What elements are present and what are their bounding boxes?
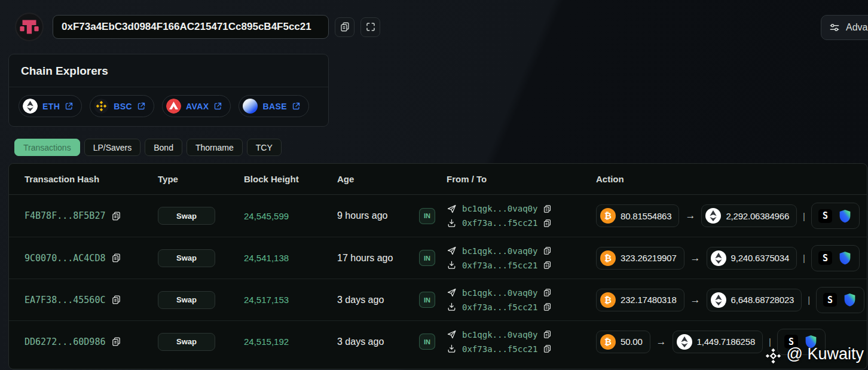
copy-icon[interactable] xyxy=(543,219,552,228)
block-height-link[interactable]: 24,517,153 xyxy=(244,295,337,305)
to-address-link[interactable]: 0xf73a...f5cc21 xyxy=(462,302,537,312)
chain-label: ETH xyxy=(42,102,60,111)
arrow-right-icon: → xyxy=(690,294,701,306)
age-text: 9 hours ago xyxy=(337,210,415,221)
from-to-cell: bc1qgk...0vaq0y 0xf73a...f5cc21 xyxy=(447,288,596,312)
to-address-link[interactable]: 0xf73a...f5cc21 xyxy=(462,261,537,270)
chain-label: AVAX xyxy=(186,102,209,111)
to-address-line: 0xf73a...f5cc21 xyxy=(447,344,596,354)
copy-icon[interactable] xyxy=(111,253,121,263)
sliders-icon xyxy=(829,22,841,33)
block-height-link[interactable]: 24,541,138 xyxy=(244,253,337,263)
copy-icon[interactable] xyxy=(543,344,552,353)
aggregator-pill[interactable]: S xyxy=(816,287,864,313)
from-amount: 50.00 xyxy=(621,337,643,347)
fullscreen-button[interactable] xyxy=(360,17,380,37)
to-asset-pill[interactable]: 9,240.6375034 xyxy=(707,247,797,270)
to-asset-pill[interactable]: 2,292.06384966 xyxy=(701,204,797,227)
table-row: EA7F38...45560C Swap 24,517,153 3 days a… xyxy=(9,279,867,320)
from-address-link[interactable]: bc1qgk...0vaq0y xyxy=(462,204,537,213)
from-asset-pill[interactable]: ₿ 232.17480318 xyxy=(596,289,684,311)
tab-lp-savers[interactable]: LP/Savers xyxy=(84,139,141,156)
aggregator-pill[interactable]: S xyxy=(811,203,860,229)
direction-cell: IN xyxy=(415,250,447,266)
app-logo-icon[interactable] xyxy=(14,12,44,42)
send-icon xyxy=(447,246,457,256)
external-link-icon xyxy=(137,102,146,111)
transactions-table: Transaction Hash Type Block Height Age F… xyxy=(8,163,867,369)
external-link-icon xyxy=(213,102,222,111)
from-asset-pill[interactable]: ₿ 80.81554863 xyxy=(596,204,679,227)
eth-icon xyxy=(711,250,726,266)
to-address-link[interactable]: 0xf73a...f5cc21 xyxy=(462,344,537,354)
to-asset-pill[interactable]: 1,449.7186258 xyxy=(673,331,763,353)
to-asset-pill[interactable]: 6,648.68728023 xyxy=(707,289,802,311)
from-asset-pill[interactable]: ₿ 323.26219907 xyxy=(596,247,684,270)
in-direction-badge: IN xyxy=(419,334,435,350)
tab-transactions[interactable]: Transactions xyxy=(14,139,80,156)
table-row: F4B78F...8F5B27 Swap 24,545,599 9 hours … xyxy=(9,195,867,237)
advanced-button[interactable]: Advanced xyxy=(821,15,868,40)
type-cell: Swap xyxy=(158,249,244,267)
eth-icon xyxy=(677,334,692,350)
to-amount: 1,449.7186258 xyxy=(697,337,756,347)
diamonds-logo-icon xyxy=(764,347,783,365)
transaction-hash-link[interactable]: 9C0070...AC4CD8 xyxy=(25,253,105,264)
pipe-divider: | xyxy=(803,211,805,221)
to-address-link[interactable]: 0xf73a...f5cc21 xyxy=(462,218,537,228)
transaction-hash-cell: 9C0070...AC4CD8 xyxy=(25,253,158,264)
transaction-hash-link[interactable]: DD6272...60D986 xyxy=(25,337,105,347)
copy-icon[interactable] xyxy=(543,288,552,297)
eth-icon xyxy=(711,292,726,308)
copy-icon[interactable] xyxy=(543,261,552,270)
copy-icon[interactable] xyxy=(543,204,552,213)
action-cell: ₿ 232.17480318 → 6,648.68728023 | S xyxy=(596,287,864,313)
from-amount: 80.81554863 xyxy=(621,211,671,221)
swap-type-badge[interactable]: Swap xyxy=(158,207,215,225)
tab-tcy[interactable]: TCY xyxy=(247,139,282,156)
col-age: Age xyxy=(337,174,415,184)
swap-type-badge[interactable]: Swap xyxy=(158,333,215,351)
chain-link-base[interactable]: BASE xyxy=(239,95,309,117)
copy-icon[interactable] xyxy=(111,295,121,305)
copy-icon[interactable] xyxy=(543,330,552,339)
transaction-hash-cell: F4B78F...8F5B27 xyxy=(25,210,158,221)
eth-icon xyxy=(23,99,38,114)
to-address-line: 0xf73a...f5cc21 xyxy=(447,302,596,312)
chain-link-bsc[interactable]: BSC xyxy=(90,95,154,117)
block-height-link[interactable]: 24,515,192 xyxy=(244,337,337,347)
watermark: @ Kuwaity xyxy=(764,343,864,365)
svg-text:₿: ₿ xyxy=(604,295,612,305)
block-height-link[interactable]: 24,545,599 xyxy=(244,211,337,221)
in-direction-badge: IN xyxy=(419,250,435,266)
copy-address-button[interactable] xyxy=(335,17,354,37)
chain-link-avax[interactable]: AVAX xyxy=(162,95,231,117)
transaction-hash-link[interactable]: F4B78F...8F5B27 xyxy=(25,210,105,221)
swap-type-badge[interactable]: Swap xyxy=(158,249,215,267)
tab-thorname[interactable]: Thorname xyxy=(187,139,243,156)
from-address-link[interactable]: bc1qgk...0vaq0y xyxy=(462,246,537,256)
transaction-hash-link[interactable]: EA7F38...45560C xyxy=(25,295,105,305)
aggregator-pill[interactable]: S xyxy=(811,245,860,271)
chain-link-eth[interactable]: ETH xyxy=(19,95,82,117)
pipe-divider: | xyxy=(808,295,810,305)
copy-icon[interactable] xyxy=(543,302,552,311)
copy-icon[interactable] xyxy=(111,337,121,347)
col-type: Type xyxy=(158,174,244,184)
advanced-label: Advanced xyxy=(846,22,868,33)
copy-icon[interactable] xyxy=(111,211,121,221)
from-to-cell: bc1qgk...0vaq0y 0xf73a...f5cc21 xyxy=(447,204,596,228)
chain-label: BSC xyxy=(114,102,132,111)
action-cell: ₿ 80.81554863 → 2,292.06384966 | S xyxy=(596,203,862,229)
address-input[interactable] xyxy=(53,15,329,39)
age-text: 3 days ago xyxy=(337,295,415,305)
avax-icon xyxy=(166,99,181,114)
from-asset-pill[interactable]: ₿ 50.00 xyxy=(596,331,650,353)
from-amount: 232.17480318 xyxy=(621,295,677,305)
tab-bond[interactable]: Bond xyxy=(145,139,182,156)
copy-icon[interactable] xyxy=(543,246,552,255)
chain-explorers-panel: Chain Explorers ETH xyxy=(8,54,329,127)
from-address-link[interactable]: bc1qgk...0vaq0y xyxy=(462,330,537,340)
from-address-link[interactable]: bc1qgk...0vaq0y xyxy=(462,288,537,298)
swap-type-badge[interactable]: Swap xyxy=(158,291,215,309)
